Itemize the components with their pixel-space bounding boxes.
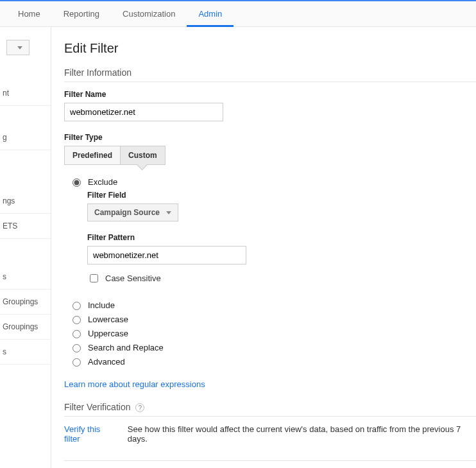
- filter-type-label: Filter Type: [64, 133, 476, 142]
- radio-lowercase-label: Lowercase: [88, 315, 128, 324]
- sidebar-item[interactable]: g: [0, 125, 51, 150]
- filter-info-heading: Filter Information: [64, 67, 476, 82]
- sidebar-item[interactable]: s: [0, 340, 51, 365]
- radio-search-replace-label: Search and Replace: [88, 343, 164, 352]
- sidebar-item[interactable]: nt: [0, 81, 51, 106]
- tab-reporting[interactable]: Reporting: [52, 1, 111, 26]
- filter-verification-heading: Filter Verification ?: [64, 402, 476, 417]
- radio-uppercase[interactable]: Uppercase: [69, 328, 476, 338]
- filter-field-value: Campaign Source: [94, 208, 160, 217]
- filter-type-toggle: Predefined Custom: [64, 146, 166, 165]
- radio-exclude-label: Exclude: [88, 177, 117, 187]
- filter-pattern-label: Filter Pattern: [87, 233, 476, 242]
- sidebar-item[interactable]: Groupings: [0, 290, 51, 315]
- sidebar-dropdown[interactable]: [6, 40, 30, 55]
- radio-search-replace[interactable]: Search and Replace: [69, 342, 476, 352]
- verify-filter-link[interactable]: Verify this filter: [64, 424, 117, 444]
- radio-lowercase[interactable]: Lowercase: [69, 314, 476, 324]
- case-sensitive-label: Case Sensitive: [105, 273, 161, 283]
- tab-home[interactable]: Home: [6, 1, 52, 26]
- chevron-down-icon: [166, 211, 171, 214]
- radio-exclude[interactable]: Exclude: [69, 177, 476, 187]
- filter-name-label: Filter Name: [64, 90, 476, 99]
- filter-field-label: Filter Field: [87, 191, 476, 200]
- radio-include[interactable]: Include: [69, 300, 476, 310]
- radio-exclude-input[interactable]: [72, 178, 81, 187]
- page-title: Edit Filter: [64, 41, 476, 56]
- sidebar-item[interactable]: ETS: [0, 214, 51, 239]
- filter-pattern-input[interactable]: [87, 246, 246, 264]
- sidebar-item[interactable]: s: [0, 264, 51, 290]
- radio-include-label: Include: [88, 300, 115, 310]
- case-sensitive-checkbox[interactable]: [90, 274, 98, 282]
- radio-advanced-label: Advanced: [88, 357, 125, 367]
- help-icon[interactable]: ?: [135, 403, 144, 412]
- radio-advanced[interactable]: Advanced: [69, 356, 476, 367]
- radio-uppercase-label: Uppercase: [88, 329, 128, 338]
- case-sensitive-row[interactable]: Case Sensitive: [87, 272, 476, 284]
- verify-filter-desc: See how this filter would affect the cur…: [128, 424, 476, 444]
- main-content: Edit Filter Filter Information Filter Na…: [51, 27, 476, 468]
- filter-name-input[interactable]: [64, 103, 223, 121]
- radio-search-replace-input[interactable]: [72, 344, 81, 352]
- filter-type-predefined[interactable]: Predefined: [65, 146, 121, 164]
- tab-customization[interactable]: Customization: [111, 1, 187, 26]
- left-sidebar: nt g ngs ETS s Groupings Groupings s: [0, 27, 51, 468]
- radio-lowercase-input[interactable]: [72, 316, 81, 324]
- filter-type-custom[interactable]: Custom: [121, 146, 165, 164]
- divider: [64, 460, 476, 461]
- radio-advanced-input[interactable]: [72, 358, 81, 367]
- radio-uppercase-input[interactable]: [72, 330, 81, 338]
- sidebar-item[interactable]: ngs: [0, 189, 51, 214]
- tab-admin[interactable]: Admin: [187, 1, 234, 27]
- main-tabs: Home Reporting Customization Admin: [0, 1, 476, 27]
- filter-field-dropdown[interactable]: Campaign Source: [87, 204, 178, 221]
- radio-include-input[interactable]: [72, 302, 81, 310]
- sidebar-item[interactable]: Groupings: [0, 315, 51, 340]
- regex-help-link[interactable]: Learn more about regular expressions: [64, 379, 205, 389]
- filter-verification-text: Filter Verification: [64, 402, 130, 412]
